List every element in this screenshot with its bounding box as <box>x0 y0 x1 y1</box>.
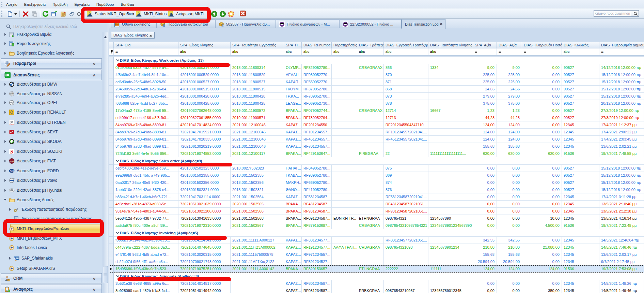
svg-text:SAP: SAP <box>14 257 19 260</box>
svg-text:FIAT: FIAT <box>10 160 14 162</box>
svg-text:Ford: Ford <box>10 170 14 172</box>
svg-text:S: S <box>10 149 14 154</box>
svg-text:CITROEN: CITROEN <box>10 123 14 125</box>
svg-text:NISSAN: NISSAN <box>10 93 14 94</box>
